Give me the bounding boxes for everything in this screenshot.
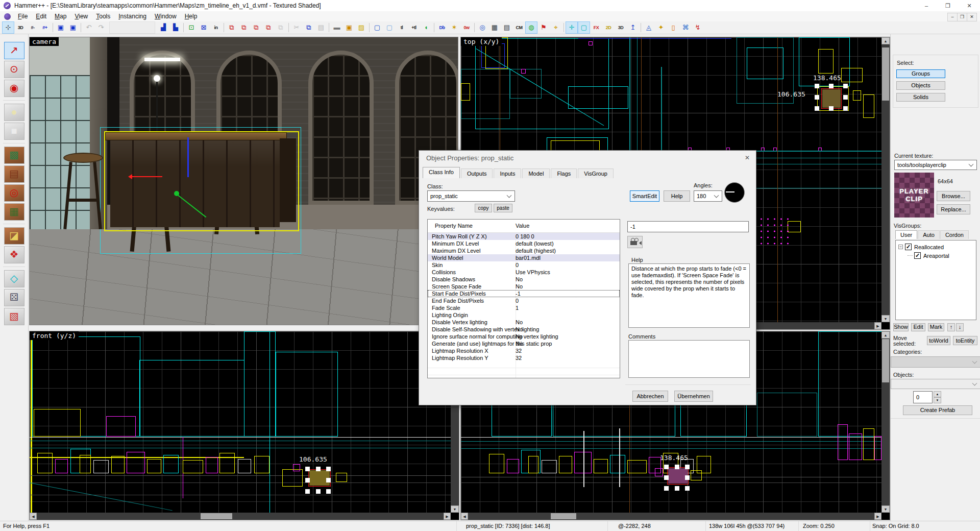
menu-edit[interactable]: Edit [32, 12, 51, 21]
toolbar-group-into-instance-icon[interactable]: in [210, 21, 222, 34]
toolbar-texture-scale-lock-icon[interactable]: +tl [408, 21, 420, 34]
selection-handle[interactable] [305, 467, 310, 471]
selection-handle[interactable] [829, 106, 834, 111]
vertical-scrollbar[interactable]: ▲ ▼ [881, 37, 890, 322]
checkbox-checked[interactable]: ✓ [905, 244, 912, 250]
mdi-minimize-button[interactable]: – [947, 13, 958, 21]
tab-flags[interactable]: Flags [551, 168, 577, 178]
selection-handle[interactable] [326, 467, 331, 471]
toolbar-sound-browser-icon[interactable]: ◎ [476, 21, 488, 34]
property-row[interactable]: Lightmap Resolution X32 [428, 347, 620, 354]
to-world-button[interactable]: toWorld [927, 336, 950, 345]
toolbar-lightmap-preview-icon[interactable]: ⌖ [550, 21, 562, 34]
toolbar-vertex-helper-icon[interactable]: ✛ [566, 21, 578, 34]
selection-handle[interactable] [815, 106, 819, 111]
toolbar-toggle-grid-icon[interactable]: 3D [14, 21, 27, 34]
tool-magnify-icon[interactable]: ⊙ [4, 61, 24, 78]
browse-button[interactable]: Browse... [937, 191, 970, 201]
close-button[interactable]: ✕ [959, 0, 980, 11]
toolbar-hide-unselected-icon[interactable]: ⧉ [275, 21, 287, 34]
cancel-button[interactable]: Abbrechen [632, 391, 668, 402]
toolbar-smoothing-groups-icon[interactable]: ◖ [420, 21, 432, 34]
toolbar-redo-icon[interactable]: ↷ [95, 21, 107, 34]
visgroup-tab-cordon[interactable]: Cordon [940, 230, 969, 239]
objects-dropdown[interactable] [891, 379, 980, 389]
vertical-scrollbar[interactable]: ▲ ▼ [881, 331, 890, 513]
property-row[interactable]: Generate (and use) lightmaps for this st… [428, 340, 620, 347]
toolbar-ungroup-icon[interactable]: ⧉ [238, 21, 250, 34]
property-row[interactable]: CollisionsUse VPhysics [428, 269, 620, 276]
scroll-up-icon[interactable]: ▲ [881, 37, 890, 44]
selection-handle[interactable] [843, 84, 848, 88]
menu-map[interactable]: Map [51, 12, 70, 21]
scroll-down-icon[interactable]: ▼ [881, 505, 890, 513]
toolbar-grid-larger-icon[interactable]: #+ [39, 21, 51, 34]
property-row[interactable]: Maximum DX Leveldefault (highest) [428, 247, 620, 254]
toolbar-copy-icon[interactable]: ⧉ [303, 21, 315, 34]
select-solids-button[interactable]: Solids [896, 93, 945, 102]
property-row[interactable]: End Fade Dist/Pixels0 [428, 297, 620, 304]
toolbar-run-map-icon[interactable]: ▟ [157, 21, 169, 34]
toolbar-load-pointfile-icon[interactable]: ↥ [627, 21, 639, 34]
selection-handle[interactable] [326, 478, 331, 482]
texture-preview[interactable]: PLAYER CLIP [894, 173, 934, 218]
class-dropdown[interactable]: prop_static [427, 190, 515, 202]
maximize-button[interactable]: ❐ [937, 0, 959, 11]
toolbar-texture-lock-icon[interactable]: tl [396, 21, 408, 34]
selection-handle[interactable] [815, 95, 819, 100]
tool-apply-decals-icon[interactable]: ◎ [4, 184, 24, 202]
viewport-2d-canvas[interactable]: 106.635 [30, 331, 451, 513]
tool-block-icon[interactable]: ■ [4, 123, 24, 140]
document-icon[interactable] [4, 13, 11, 20]
toolbar-selection-helper-icon[interactable]: ▢ [578, 21, 590, 34]
scrollbar-thumb[interactable] [551, 513, 576, 519]
property-row[interactable]: Skin0 [428, 261, 620, 269]
selection-handle[interactable] [685, 475, 690, 480]
selection-handle[interactable] [664, 486, 669, 491]
tab-model[interactable]: Model [522, 168, 550, 178]
menu-file[interactable]: File [14, 12, 32, 21]
selection-handle[interactable] [685, 465, 690, 469]
toolbar-cut-icon[interactable]: ✂ [290, 21, 303, 34]
scroll-right-icon[interactable]: ▶ [874, 513, 881, 520]
selection-handle[interactable] [664, 475, 669, 480]
menu-view[interactable]: View [70, 12, 92, 21]
toolbar-compile-cubemaps-icon[interactable]: CM [513, 21, 525, 34]
move-down-icon[interactable]: ↓ [956, 323, 964, 331]
selection-handle[interactable] [675, 465, 679, 469]
property-row[interactable]: Disable Vertex lightingNo [428, 319, 620, 326]
tool-path-icon[interactable]: ◇ [4, 270, 24, 287]
menu-tools[interactable]: Tools [92, 12, 114, 21]
scroll-left-icon[interactable]: ◀ [461, 513, 468, 520]
move-up-icon[interactable]: ↑ [947, 323, 955, 331]
apply-button[interactable]: Übernehmen [674, 391, 713, 402]
toolbar-detail-brushes-icon[interactable]: Db [436, 21, 448, 34]
selection-handle[interactable] [843, 95, 848, 100]
tool-apply-overlays-icon[interactable]: ▦ [4, 203, 24, 221]
checkbox-checked[interactable]: ✓ [914, 252, 921, 259]
tool-apply-current-texture-icon[interactable]: ▤ [4, 165, 24, 183]
tool-texture-application-icon[interactable]: ▩ [4, 147, 24, 164]
selection-handle[interactable] [305, 478, 310, 482]
toolbar-fx-tool-icon[interactable]: FX [590, 21, 602, 34]
toolbar-entity-report-icon[interactable]: ▦ [488, 21, 501, 34]
menu-instancing[interactable]: Instancing [114, 12, 151, 21]
selection-handle[interactable] [316, 467, 321, 471]
visgroup-item-reallocated[interactable]: −✓Reallocated [896, 243, 976, 251]
replace-button[interactable]: Replace... [937, 204, 970, 214]
toolbar-symmetry-tool-icon[interactable]: ◬ [643, 21, 655, 34]
toolbar-lamp-tool-icon[interactable]: ✦ [655, 21, 667, 34]
scroll-down-icon[interactable]: ▼ [451, 505, 459, 513]
minimize-button[interactable]: – [916, 0, 937, 11]
toolbar-sprinkle-tool-icon[interactable]: ◍ [525, 21, 537, 34]
selection-handle[interactable] [829, 84, 834, 88]
toolbar-run-map-expert-icon[interactable]: ▙ [169, 21, 182, 34]
toolbar-playtest-map-icon[interactable]: ↯ [692, 21, 704, 34]
property-row[interactable]: Start Fade Dist/Pixels-1 [428, 290, 620, 297]
tool-clipping-icon[interactable]: ◪ [4, 227, 24, 245]
tab-visgroup[interactable]: VisGroup [578, 168, 614, 178]
tab-inputs[interactable]: Inputs [494, 168, 521, 178]
toolbar-displacement-mask-icon[interactable]: 0w [460, 21, 473, 34]
toolbar-edit-cordon-icon[interactable]: ▨ [355, 21, 368, 34]
toolbar-valve-tool-icon[interactable]: ⌘ [679, 21, 692, 34]
